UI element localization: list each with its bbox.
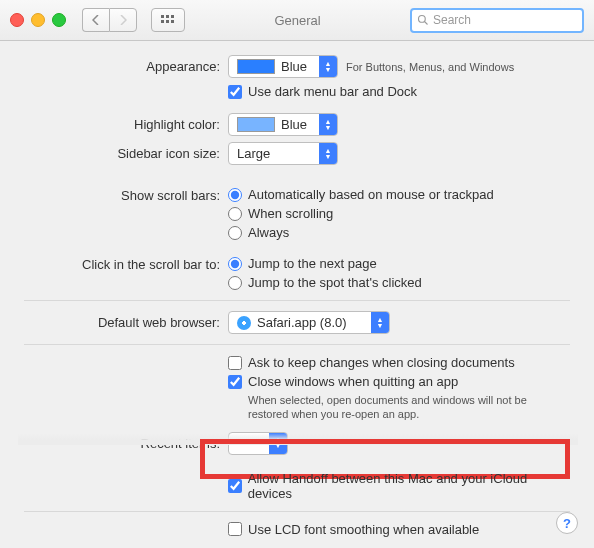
window-title: General <box>193 13 402 28</box>
toolbar: General Search <box>0 0 594 41</box>
select-arrows-icon: ▲▼ <box>319 114 337 135</box>
search-placeholder: Search <box>433 13 471 27</box>
svg-rect-0 <box>161 15 164 18</box>
svg-line-7 <box>425 22 428 25</box>
appearance-select[interactable]: Blue ▲▼ <box>228 55 338 78</box>
scrollbars-always-radio[interactable]: Always <box>228 225 289 240</box>
sidebar-icon-label: Sidebar icon size: <box>24 146 228 161</box>
appearance-label: Appearance: <box>24 59 228 74</box>
nav-buttons <box>82 8 137 32</box>
handoff-checkbox[interactable]: Allow Handoff between this Mac and your … <box>228 471 570 501</box>
scroll-click-spot-radio[interactable]: Jump to the spot that's clicked <box>228 275 422 290</box>
svg-rect-3 <box>161 20 164 23</box>
chevron-right-icon <box>119 15 127 25</box>
close-icon[interactable] <box>10 13 24 27</box>
select-arrows-icon: ▲▼ <box>371 312 389 333</box>
scrollbars-auto-radio[interactable]: Automatically based on mouse or trackpad <box>228 187 494 202</box>
scroll-click-label: Click in the scroll bar to: <box>24 256 228 272</box>
separator <box>24 300 570 301</box>
grid-icon <box>161 15 175 25</box>
select-arrows-icon: ▲▼ <box>319 56 337 77</box>
separator <box>24 511 570 512</box>
recent-label: Recent items: <box>24 436 228 451</box>
browser-label: Default web browser: <box>24 315 228 330</box>
dark-menu-checkbox[interactable]: Use dark menu bar and Dock <box>228 84 570 99</box>
ask-save-checkbox[interactable]: Ask to keep changes when closing documen… <box>228 355 570 370</box>
appearance-hint: For Buttons, Menus, and Windows <box>346 61 514 73</box>
blue-swatch-icon <box>237 59 275 74</box>
close-windows-checkbox[interactable]: Close windows when quitting an app <box>228 374 570 389</box>
forward-button[interactable] <box>109 8 137 32</box>
help-button[interactable]: ? <box>556 512 578 534</box>
svg-rect-4 <box>166 20 169 23</box>
show-all-button[interactable] <box>151 8 185 32</box>
close-windows-hint: When selected, open documents and window… <box>248 393 570 422</box>
lcd-smoothing-checkbox[interactable]: Use LCD font smoothing when available <box>228 522 570 537</box>
light-blue-swatch-icon <box>237 117 275 132</box>
window-controls <box>10 13 66 27</box>
content: Appearance: Blue ▲▼ For Buttons, Menus, … <box>0 41 594 548</box>
highlight-label: Highlight color: <box>24 117 228 132</box>
minimize-icon[interactable] <box>31 13 45 27</box>
safari-icon <box>237 316 251 330</box>
scroll-click-next-radio[interactable]: Jump to the next page <box>228 256 377 271</box>
svg-rect-1 <box>166 15 169 18</box>
select-arrows-icon: ▲▼ <box>319 143 337 164</box>
select-arrows-icon: ▲▼ <box>269 433 287 454</box>
scrollbars-label: Show scroll bars: <box>24 187 228 203</box>
back-button[interactable] <box>82 8 109 32</box>
chevron-left-icon <box>92 15 100 25</box>
svg-rect-5 <box>171 20 174 23</box>
search-icon <box>417 14 429 26</box>
separator <box>24 344 570 345</box>
scrollbars-scrolling-radio[interactable]: When scrolling <box>228 206 333 221</box>
sidebar-icon-select[interactable]: Large ▲▼ <box>228 142 338 165</box>
browser-select[interactable]: Safari.app (8.0) ▲▼ <box>228 311 390 334</box>
recent-select[interactable]: ▲▼ <box>228 432 288 455</box>
highlight-select[interactable]: Blue ▲▼ <box>228 113 338 136</box>
zoom-icon[interactable] <box>52 13 66 27</box>
search-input[interactable]: Search <box>410 8 584 33</box>
svg-rect-2 <box>171 15 174 18</box>
svg-point-6 <box>419 16 426 23</box>
dark-menu-check-input[interactable] <box>228 85 242 99</box>
